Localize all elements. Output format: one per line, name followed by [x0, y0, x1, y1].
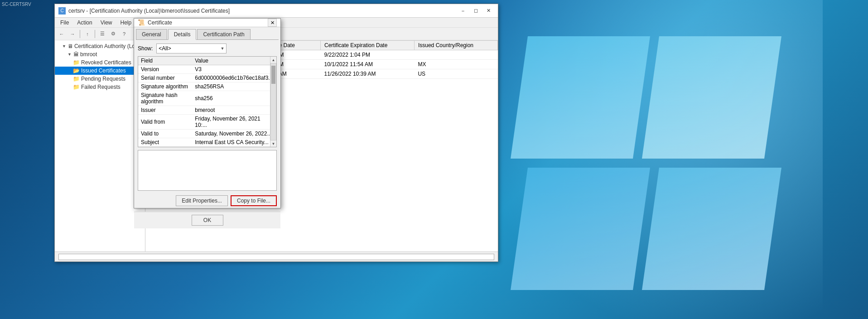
mmc-app-icon: C: [58, 7, 66, 14]
help-button[interactable]: ?: [119, 29, 129, 39]
field-value-valid-from: Friday, November 26, 2021 10:...: [192, 115, 276, 130]
win-controls: − ◻ ✕: [457, 6, 494, 15]
folder-icon-revoked: 📁: [73, 59, 80, 66]
col-header-expiration[interactable]: Certificate Expiration Date: [320, 41, 414, 50]
dialog-close-button[interactable]: ✕: [268, 19, 277, 27]
computer-icon: 🖥: [68, 43, 73, 49]
minimize-button[interactable]: −: [457, 6, 469, 15]
close-button[interactable]: ✕: [482, 6, 494, 15]
menu-help[interactable]: Help: [117, 19, 135, 27]
value-col-header[interactable]: Value: [192, 57, 276, 65]
menu-view[interactable]: View: [97, 19, 116, 27]
cert-expiration-1: 9/22/2022 1:04 PM: [320, 50, 414, 60]
scroll-track[interactable]: [270, 63, 276, 140]
folder-icon-failed: 📁: [73, 84, 80, 90]
tab-general[interactable]: General: [136, 29, 167, 39]
mmc-title-left: C certsrv - [Certification Authority (Lo…: [58, 7, 230, 14]
dialog-tabs: General Details Certification Path: [134, 27, 280, 39]
expand-icon-bmroot: ▼: [68, 52, 72, 57]
field-row-sig-alg[interactable]: Signature algorithm sha256RSA: [138, 82, 276, 91]
field-value-sig-alg: sha256RSA: [192, 82, 276, 91]
forward-button[interactable]: →: [68, 29, 77, 39]
menu-action[interactable]: Action: [73, 19, 96, 27]
mmc-titlebar: C certsrv - [Certification Authority (Lo…: [55, 4, 498, 18]
scroll-thumb: [271, 66, 275, 84]
folder-icon-pending: 📁: [73, 76, 80, 82]
field-name-version: Version: [138, 65, 192, 74]
copy-to-file-button[interactable]: Copy to File...: [231, 195, 277, 206]
field-value-issuer: bmeroot: [192, 106, 276, 115]
field-table-container: Field Value Version V3 Serial number 6d0…: [138, 56, 277, 147]
folder-icon-issued: 📂: [73, 68, 80, 74]
chevron-down-icon: ▼: [220, 46, 224, 51]
scroll-up-arrow[interactable]: ▲: [270, 57, 277, 63]
show-label: Show:: [138, 45, 153, 52]
field-row-hash-alg[interactable]: Signature hash algorithm sha256: [138, 91, 276, 106]
cert-dialog-icon: 📜: [138, 19, 145, 26]
tree-item-revoked[interactable]: 📁 Revoked Certificates: [55, 58, 145, 67]
field-col-header[interactable]: Field: [138, 57, 192, 65]
field-name-sig-alg: Signature algorithm: [138, 82, 192, 91]
field-row-version[interactable]: Version V3: [138, 65, 276, 74]
tree-item-root[interactable]: ▼ 🖥 Certification Authority (Local): [55, 42, 145, 50]
field-name-issuer: Issuer: [138, 106, 192, 115]
dialog-body: Show: <All> ▼ Field Value: [134, 40, 280, 212]
tree-pane: ▼ 🖥 Certification Authority (Local) ▼ 🏛 …: [55, 40, 145, 251]
cert-country-2: MX: [414, 60, 497, 69]
field-row-issuer[interactable]: Issuer bmeroot: [138, 106, 276, 115]
field-table: Field Value Version V3 Serial number 6d0…: [138, 57, 276, 147]
field-value-serial: 6d00000006ed6c1b76ec18af3...: [192, 74, 276, 82]
show-value: <All>: [159, 45, 171, 52]
ca-icon: 🏛: [73, 51, 79, 58]
field-name-valid-from: Valid from: [138, 115, 192, 130]
field-value-version: V3: [192, 65, 276, 74]
show-hide-button[interactable]: ☰: [97, 29, 107, 39]
field-row-subject[interactable]: Subject Internal East US CA Security...: [138, 138, 276, 147]
cert-expiration-3: 11/26/2022 10:39 AM: [320, 69, 414, 79]
dialog-titlebar: 📜 Certificate ✕: [134, 19, 280, 27]
mmc-title-text: certsrv - [Certification Authority (Loca…: [68, 8, 230, 14]
field-value-valid-to: Saturday, November 26, 2022...: [192, 130, 276, 138]
edit-properties-button[interactable]: Edit Properties...: [176, 195, 228, 206]
mmc-statusbar: [55, 251, 498, 261]
field-name-valid-to: Valid to: [138, 130, 192, 138]
restore-button[interactable]: ◻: [470, 6, 482, 15]
tree-item-issued[interactable]: 📂 Issued Certificates: [55, 67, 145, 75]
up-button[interactable]: ↑: [82, 29, 92, 39]
show-row: Show: <All> ▼: [138, 44, 277, 53]
field-value-subject: Internal East US CA Security...: [192, 138, 276, 147]
field-name-subject: Subject: [138, 138, 192, 147]
expand-icon: ▼: [62, 44, 66, 48]
detail-area[interactable]: [138, 150, 277, 191]
field-name-hash-alg: Signature hash algorithm: [138, 91, 192, 106]
desktop: SC-CERTSRV C certsrv - [Certification Au…: [0, 0, 868, 319]
dialog-footer: OK: [134, 212, 280, 228]
field-row-valid-to[interactable]: Valid to Saturday, November 26, 2022...: [138, 130, 276, 138]
toolbar-separator-1: [80, 30, 80, 38]
tree-item-pending[interactable]: 📁 Pending Requests: [55, 75, 145, 83]
menu-file[interactable]: File: [57, 19, 72, 27]
dialog-title: 📜 Certificate: [138, 19, 172, 26]
tab-certification-path[interactable]: Certification Path: [197, 29, 250, 39]
status-scrollbar[interactable]: [58, 254, 494, 260]
scroll-down-arrow[interactable]: ▼: [270, 140, 277, 147]
tab-details[interactable]: Details: [168, 29, 197, 40]
show-dropdown[interactable]: <All> ▼: [156, 44, 227, 53]
corner-label: SC-CERTSRV: [2, 2, 31, 7]
field-name-serial: Serial number: [138, 74, 192, 82]
cert-dialog: 📜 Certificate ✕ General Details Certific…: [134, 18, 281, 208]
cert-country-1: [414, 50, 497, 60]
dialog-btn-row: Edit Properties... Copy to File...: [138, 193, 277, 208]
tree-item-failed[interactable]: 📁 Failed Requests: [55, 83, 145, 91]
toolbar-separator-2: [95, 30, 95, 38]
ok-button[interactable]: OK: [192, 215, 223, 226]
col-header-country[interactable]: Issued Country/Region: [414, 41, 497, 50]
field-row-valid-from[interactable]: Valid from Friday, November 26, 2021 10:…: [138, 115, 276, 130]
tree-item-bmroot[interactable]: ▼ 🏛 bmroot: [55, 50, 145, 58]
back-button[interactable]: ←: [57, 29, 67, 39]
field-value-hash-alg: sha256: [192, 91, 276, 106]
field-table-scrollbar[interactable]: ▲ ▼: [270, 57, 276, 147]
field-row-serial[interactable]: Serial number 6d00000006ed6c1b76ec18af3.…: [138, 74, 276, 82]
cert-dialog-title: Certificate: [148, 19, 172, 26]
properties-button[interactable]: ⚙: [108, 29, 118, 39]
